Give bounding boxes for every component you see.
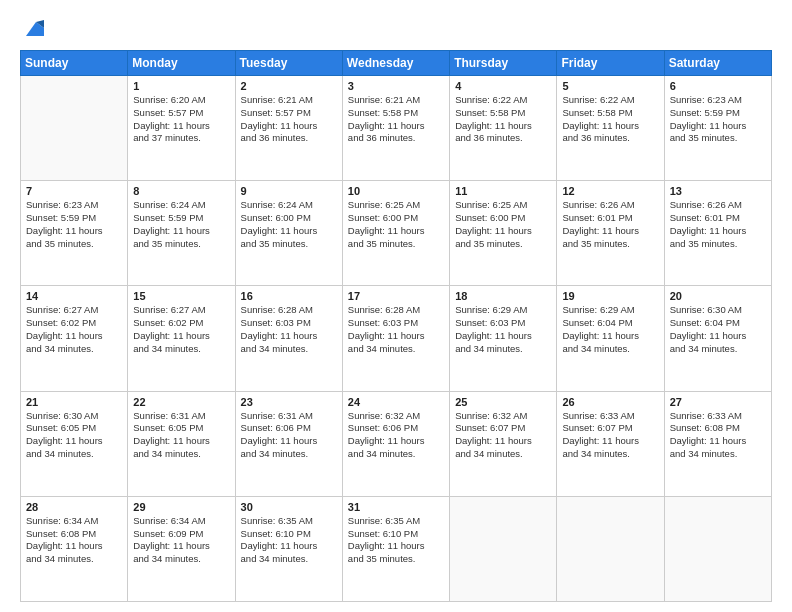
cell-text-line: Sunset: 6:04 PM [670, 317, 766, 330]
cell-text-line: Sunset: 6:02 PM [133, 317, 229, 330]
cell-text-line: Sunset: 6:05 PM [26, 422, 122, 435]
cell-text-line: and 34 minutes. [26, 553, 122, 566]
calendar-cell: 15Sunrise: 6:27 AMSunset: 6:02 PMDayligh… [128, 286, 235, 391]
cell-text-line: and 34 minutes. [348, 448, 444, 461]
calendar-cell: 7Sunrise: 6:23 AMSunset: 5:59 PMDaylight… [21, 181, 128, 286]
cell-text-line: and 37 minutes. [133, 132, 229, 145]
calendar-week-row: 1Sunrise: 6:20 AMSunset: 5:57 PMDaylight… [21, 76, 772, 181]
cell-text-line: and 34 minutes. [670, 448, 766, 461]
day-number: 7 [26, 185, 122, 197]
cell-text-line: and 35 minutes. [133, 238, 229, 251]
calendar-cell [21, 76, 128, 181]
cell-text-line: Daylight: 11 hours [455, 330, 551, 343]
cell-text-line: Sunrise: 6:33 AM [670, 410, 766, 423]
calendar-cell: 19Sunrise: 6:29 AMSunset: 6:04 PMDayligh… [557, 286, 664, 391]
day-number: 21 [26, 396, 122, 408]
cell-text-line: and 36 minutes. [241, 132, 337, 145]
calendar-table: SundayMondayTuesdayWednesdayThursdayFrid… [20, 50, 772, 602]
cell-text-line: Daylight: 11 hours [26, 225, 122, 238]
cell-text-line: Daylight: 11 hours [241, 540, 337, 553]
calendar-cell: 11Sunrise: 6:25 AMSunset: 6:00 PMDayligh… [450, 181, 557, 286]
calendar-cell: 1Sunrise: 6:20 AMSunset: 5:57 PMDaylight… [128, 76, 235, 181]
day-number: 27 [670, 396, 766, 408]
header [20, 18, 772, 40]
cell-text-line: Daylight: 11 hours [241, 435, 337, 448]
day-number: 15 [133, 290, 229, 302]
cell-text-line: Sunrise: 6:24 AM [241, 199, 337, 212]
cell-text-line: Sunset: 6:03 PM [348, 317, 444, 330]
cell-text-line: Sunrise: 6:31 AM [133, 410, 229, 423]
cell-text-line: Sunrise: 6:20 AM [133, 94, 229, 107]
day-number: 30 [241, 501, 337, 513]
cell-text-line: Daylight: 11 hours [670, 120, 766, 133]
calendar-cell: 9Sunrise: 6:24 AMSunset: 6:00 PMDaylight… [235, 181, 342, 286]
calendar-week-row: 21Sunrise: 6:30 AMSunset: 6:05 PMDayligh… [21, 391, 772, 496]
calendar-cell: 4Sunrise: 6:22 AMSunset: 5:58 PMDaylight… [450, 76, 557, 181]
cell-text-line: and 34 minutes. [562, 448, 658, 461]
cell-text-line: Sunset: 5:59 PM [26, 212, 122, 225]
cell-text-line: Daylight: 11 hours [26, 540, 122, 553]
cell-text-line: Sunrise: 6:35 AM [241, 515, 337, 528]
cell-text-line: Sunset: 6:10 PM [348, 528, 444, 541]
cell-text-line: Sunset: 6:08 PM [26, 528, 122, 541]
cell-text-line: Sunrise: 6:34 AM [133, 515, 229, 528]
cell-text-line: Daylight: 11 hours [670, 330, 766, 343]
day-number: 13 [670, 185, 766, 197]
cell-text-line: Daylight: 11 hours [670, 225, 766, 238]
cell-text-line: and 34 minutes. [670, 343, 766, 356]
calendar-cell: 25Sunrise: 6:32 AMSunset: 6:07 PMDayligh… [450, 391, 557, 496]
cell-text-line: Sunrise: 6:29 AM [455, 304, 551, 317]
day-number: 3 [348, 80, 444, 92]
calendar-cell: 2Sunrise: 6:21 AMSunset: 5:57 PMDaylight… [235, 76, 342, 181]
logo-icon [22, 18, 44, 40]
cell-text-line: and 34 minutes. [26, 343, 122, 356]
cell-text-line: and 35 minutes. [26, 238, 122, 251]
cell-text-line: Sunset: 6:05 PM [133, 422, 229, 435]
cell-text-line: Daylight: 11 hours [562, 120, 658, 133]
cell-text-line: Daylight: 11 hours [455, 435, 551, 448]
page: SundayMondayTuesdayWednesdayThursdayFrid… [0, 0, 792, 612]
calendar-day-header: Friday [557, 51, 664, 76]
cell-text-line: and 35 minutes. [670, 132, 766, 145]
day-number: 10 [348, 185, 444, 197]
calendar-cell: 10Sunrise: 6:25 AMSunset: 6:00 PMDayligh… [342, 181, 449, 286]
cell-text-line: Sunrise: 6:30 AM [26, 410, 122, 423]
day-number: 8 [133, 185, 229, 197]
cell-text-line: Sunset: 6:00 PM [241, 212, 337, 225]
cell-text-line: Daylight: 11 hours [348, 330, 444, 343]
calendar-cell: 26Sunrise: 6:33 AMSunset: 6:07 PMDayligh… [557, 391, 664, 496]
cell-text-line: Sunset: 5:57 PM [133, 107, 229, 120]
cell-text-line: Daylight: 11 hours [562, 435, 658, 448]
calendar-week-row: 14Sunrise: 6:27 AMSunset: 6:02 PMDayligh… [21, 286, 772, 391]
day-number: 4 [455, 80, 551, 92]
cell-text-line: Sunrise: 6:34 AM [26, 515, 122, 528]
cell-text-line: Sunrise: 6:23 AM [26, 199, 122, 212]
calendar-week-row: 28Sunrise: 6:34 AMSunset: 6:08 PMDayligh… [21, 496, 772, 601]
cell-text-line: Daylight: 11 hours [562, 330, 658, 343]
cell-text-line: Sunset: 5:57 PM [241, 107, 337, 120]
calendar-week-row: 7Sunrise: 6:23 AMSunset: 5:59 PMDaylight… [21, 181, 772, 286]
calendar-cell: 16Sunrise: 6:28 AMSunset: 6:03 PMDayligh… [235, 286, 342, 391]
calendar-cell: 23Sunrise: 6:31 AMSunset: 6:06 PMDayligh… [235, 391, 342, 496]
cell-text-line: and 36 minutes. [455, 132, 551, 145]
cell-text-line: and 35 minutes. [562, 238, 658, 251]
calendar-cell [557, 496, 664, 601]
cell-text-line: and 35 minutes. [670, 238, 766, 251]
cell-text-line: Sunrise: 6:32 AM [455, 410, 551, 423]
day-number: 28 [26, 501, 122, 513]
calendar-cell: 13Sunrise: 6:26 AMSunset: 6:01 PMDayligh… [664, 181, 771, 286]
day-number: 19 [562, 290, 658, 302]
cell-text-line: Sunrise: 6:24 AM [133, 199, 229, 212]
calendar-cell: 30Sunrise: 6:35 AMSunset: 6:10 PMDayligh… [235, 496, 342, 601]
cell-text-line: Daylight: 11 hours [133, 330, 229, 343]
cell-text-line: Sunrise: 6:26 AM [670, 199, 766, 212]
cell-text-line: Sunset: 6:09 PM [133, 528, 229, 541]
cell-text-line: Daylight: 11 hours [241, 120, 337, 133]
cell-text-line: Sunrise: 6:31 AM [241, 410, 337, 423]
cell-text-line: Sunset: 5:58 PM [348, 107, 444, 120]
calendar-cell: 27Sunrise: 6:33 AMSunset: 6:08 PMDayligh… [664, 391, 771, 496]
cell-text-line: Daylight: 11 hours [348, 540, 444, 553]
calendar-cell: 22Sunrise: 6:31 AMSunset: 6:05 PMDayligh… [128, 391, 235, 496]
calendar-cell: 29Sunrise: 6:34 AMSunset: 6:09 PMDayligh… [128, 496, 235, 601]
cell-text-line: Daylight: 11 hours [26, 435, 122, 448]
